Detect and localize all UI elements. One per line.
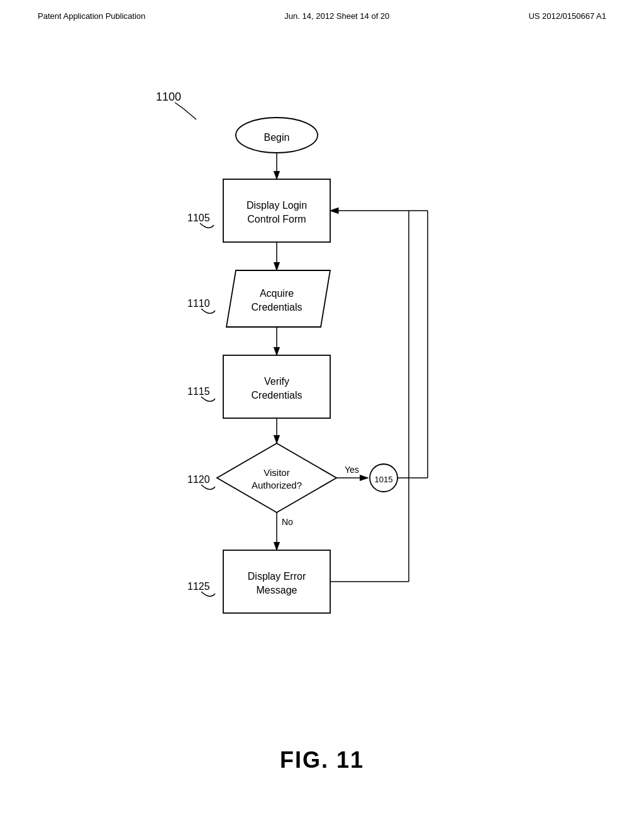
- header-middle: Jun. 14, 2012 Sheet 14 of 20: [284, 11, 389, 21]
- svg-marker-10: [217, 443, 336, 512]
- svg-line-0: [175, 102, 184, 109]
- header-right: US 2012/0150667 A1: [528, 11, 606, 21]
- header-left: Patent Application Publication: [38, 11, 145, 21]
- svg-line-1: [184, 109, 196, 119]
- step1115-line1: Verify: [264, 376, 289, 387]
- step1120-line1: Visitor: [264, 467, 289, 478]
- yes-label: Yes: [345, 465, 359, 475]
- ref-1015: 1015: [375, 475, 393, 484]
- label-1115: 1115: [187, 386, 210, 397]
- label-1120: 1120: [187, 474, 210, 485]
- step1105-line2: Control Form: [247, 214, 306, 224]
- diagram-container: 1100 Begin Display Login Control Form 11…: [0, 38, 644, 761]
- diagram-number: 1100: [156, 91, 181, 103]
- step1125-line2: Message: [257, 585, 297, 595]
- no-label: No: [282, 517, 293, 527]
- step1120-line2: Authorized?: [252, 480, 302, 490]
- label-1125: 1125: [187, 581, 210, 592]
- step1105-line1: Display Login: [247, 200, 307, 211]
- label-1110: 1110: [187, 298, 210, 309]
- figure-label: FIG. 11: [0, 747, 644, 773]
- begin-label: Begin: [264, 132, 290, 143]
- step1110-line1: Acquire: [260, 288, 294, 299]
- step1115-line2: Credentials: [252, 390, 303, 401]
- label-1105: 1105: [187, 213, 210, 223]
- step1110-line2: Credentials: [252, 302, 303, 313]
- page-header: Patent Application Publication Jun. 14, …: [0, 0, 644, 21]
- step1125-line1: Display Error: [248, 571, 306, 582]
